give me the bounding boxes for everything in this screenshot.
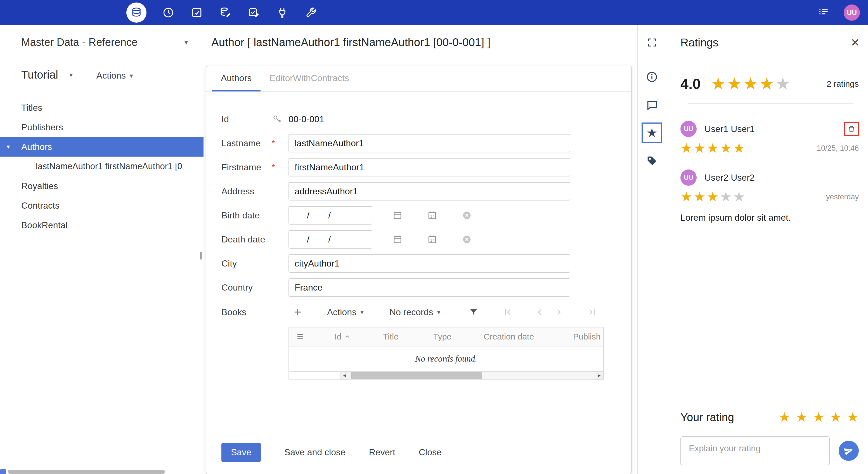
workspace-select[interactable]: Tutorial ▾ <box>21 68 73 81</box>
chevron-down-icon: ▾ <box>130 72 133 80</box>
database-edit-icon[interactable] <box>219 6 232 19</box>
country-field[interactable] <box>288 278 570 297</box>
close-button[interactable]: Close <box>419 447 442 457</box>
comments-icon[interactable] <box>642 94 662 115</box>
revert-button[interactable]: Revert <box>369 447 395 457</box>
books-pager-dropdown[interactable]: No records ▾ <box>390 307 440 317</box>
checklist-icon[interactable] <box>190 6 204 19</box>
calendar-day-icon[interactable]: 17 <box>427 234 437 244</box>
expand-panel-icon[interactable] <box>647 37 657 48</box>
calendar-icon[interactable] <box>393 234 403 244</box>
first-page-button[interactable] <box>503 307 513 317</box>
divider <box>688 103 854 104</box>
column-header-publisher[interactable]: Publish <box>563 332 603 342</box>
form-edit-icon[interactable] <box>247 6 260 19</box>
sidebar-item-publishers[interactable]: Publishers <box>0 117 204 137</box>
ratings-tab-icon[interactable]: ★ <box>642 122 662 143</box>
clear-date-icon[interactable] <box>462 210 472 220</box>
required-mark: * <box>272 162 275 173</box>
log-icon[interactable] <box>817 6 830 19</box>
calendar-day-icon[interactable]: 17 <box>427 210 437 220</box>
tree-expander-icon[interactable]: ▾ <box>7 143 10 150</box>
sidebar-actions-dropdown[interactable]: Actions ▾ <box>96 70 133 81</box>
table-settings-icon[interactable] <box>289 332 311 341</box>
books-actions-dropdown[interactable]: Actions ▾ <box>327 307 364 317</box>
star-icon[interactable]: ★ <box>830 411 842 424</box>
scrollbar-thumb[interactable] <box>350 372 482 379</box>
star-icon[interactable]: ★ <box>813 411 825 424</box>
sidebar-item-authors[interactable]: ▾ Authors <box>0 137 204 157</box>
table-horizontal-scrollbar: ◄ ► <box>289 371 603 380</box>
star-icon[interactable]: ★ <box>847 411 859 424</box>
field-row-country: Country <box>221 278 631 297</box>
sidebar-item-contracts[interactable]: Contracts <box>0 196 204 215</box>
column-header-type[interactable]: Type <box>423 332 473 342</box>
info-icon[interactable] <box>642 66 662 87</box>
required-mark: * <box>272 138 275 148</box>
filter-icon[interactable] <box>468 307 478 317</box>
clear-date-icon[interactable] <box>462 234 472 244</box>
scroll-right-button[interactable]: ► <box>595 372 603 380</box>
database-icon[interactable] <box>126 2 147 23</box>
clock-icon[interactable] <box>162 6 175 19</box>
sidebar-item-titles[interactable]: Titles <box>0 98 204 117</box>
last-page-button[interactable] <box>587 307 596 317</box>
editor-tabbar: Authors EditorWithContracts <box>206 66 631 92</box>
calendar-icon[interactable] <box>393 210 403 220</box>
sidebar-item-author-record[interactable]: lastNameAuthor1 firstNameAuthor1 [0 <box>0 157 204 176</box>
books-toolbar-row: Books Actions ▾ No records ▾ <box>221 302 631 322</box>
save-button[interactable]: Save <box>221 443 261 462</box>
review-timestamp: 10/25, 10:46 <box>817 144 859 153</box>
send-rating-button[interactable] <box>839 441 859 461</box>
previous-page-button[interactable] <box>535 307 545 317</box>
column-label: Title <box>383 332 399 341</box>
editor-header: Author [ lastNameAuthor1 firstNameAuthor… <box>204 25 638 60</box>
horizontal-scrollbar[interactable] <box>8 470 165 474</box>
chevron-down-icon: ▾ <box>437 308 440 316</box>
tab-authors[interactable]: Authors <box>212 66 260 91</box>
wrench-icon[interactable] <box>304 6 317 19</box>
star-icon[interactable]: ★ <box>779 411 790 424</box>
next-page-button[interactable] <box>554 307 564 317</box>
star-icon: ★ <box>733 142 745 155</box>
lastname-field[interactable] <box>288 134 570 152</box>
sidebar-item-label: Authors <box>21 142 52 152</box>
reviewer-avatar: UU <box>680 121 696 137</box>
firstname-field[interactable] <box>288 158 570 176</box>
app-menu-select[interactable]: Master Data - Reference ▾ <box>21 36 188 49</box>
reviewer-avatar: UU <box>680 170 696 186</box>
column-header-id[interactable]: Id <box>311 332 373 342</box>
close-panel-icon[interactable]: ✕ <box>850 37 860 48</box>
tab-editorwithcontracts[interactable]: EditorWithContracts <box>260 66 358 91</box>
sidebar-item-royalties[interactable]: Royalties <box>0 176 204 196</box>
star-icon[interactable]: ★ <box>796 411 808 424</box>
ratings-panel-title: Ratings <box>680 36 718 49</box>
star-icon: ★ <box>693 142 706 155</box>
scroll-left-button[interactable]: ◄ <box>340 372 348 380</box>
field-row-id: Id 00-0-001 <box>221 110 631 128</box>
add-book-button[interactable] <box>293 307 303 317</box>
address-field[interactable] <box>288 182 570 201</box>
column-label: Id <box>334 332 341 342</box>
column-header-creation-date[interactable]: Creation date <box>473 332 563 342</box>
star-icon: ★ <box>759 76 774 92</box>
scrollbar-track[interactable] <box>348 372 595 380</box>
sidebar-resize-handle[interactable]: ∥ <box>199 251 203 260</box>
user-avatar[interactable]: UU <box>844 4 860 21</box>
editor-card: Authors EditorWithContracts Id 00-0-001 <box>206 66 632 474</box>
plug-icon[interactable] <box>276 6 289 19</box>
tags-icon[interactable] <box>642 150 662 171</box>
death-date-field[interactable] <box>288 230 372 248</box>
your-rating-stars[interactable]: ★★★★★ <box>779 411 859 424</box>
birth-date-field[interactable] <box>288 206 372 225</box>
sidebar-item-bookrental[interactable]: BookRental <box>0 215 204 235</box>
workspace-label: Tutorial <box>21 68 58 81</box>
delete-review-button[interactable] <box>844 122 859 136</box>
rating-comment-input[interactable] <box>680 436 830 465</box>
ratings-summary: 4.0 ★★★★★ 2 ratings <box>680 76 859 92</box>
column-header-title[interactable]: Title <box>373 332 423 342</box>
city-field[interactable] <box>288 254 570 273</box>
save-and-close-button[interactable]: Save and close <box>284 447 345 457</box>
review-item: UU User2 User2 ★★★★★ yesterday Lorem ips… <box>680 170 859 223</box>
field-label: Address <box>221 186 288 197</box>
